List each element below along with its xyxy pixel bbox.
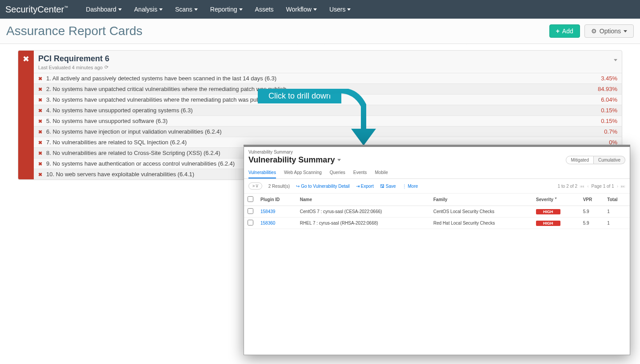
col-header: Plugin ID [257, 194, 296, 206]
refresh-icon[interactable] [104, 64, 108, 70]
breadcrumb[interactable]: Vulnerability Summary [244, 147, 630, 154]
trademark: ™ [64, 5, 68, 10]
vuln-table: Plugin IDNameFamilySeverity ˅VPRTotal 15… [244, 194, 630, 229]
tab-web-app-scanning[interactable]: Web App Scanning [284, 167, 322, 178]
options-button[interactable]: Options [584, 24, 634, 38]
go-to-detail-link[interactable]: ↪Go to Vulnerability Detail [296, 184, 350, 189]
drill-title-text: Vulnerability Summary [248, 155, 335, 165]
col-header[interactable]: Severity ˅ [532, 194, 580, 206]
drill-title-row: Vulnerability Summary Mitigated Cumulati… [244, 154, 630, 167]
col-header [244, 194, 257, 206]
drill-down-panel: Vulnerability Summary Vulnerability Summ… [244, 145, 630, 355]
nav-item-label: Scans [175, 6, 192, 13]
plugin-id-link[interactable]: 158360 [260, 221, 275, 226]
nav-item-dashboard[interactable]: Dashboard [86, 6, 122, 13]
toggle-mitigated[interactable]: Mitigated [566, 156, 594, 164]
nav-item-reporting[interactable]: Reporting [210, 6, 243, 13]
policy-text: 4. No systems have unsupported operating… [46, 107, 601, 114]
view-toggle: Mitigated Cumulative [566, 156, 625, 164]
fail-icon [38, 107, 46, 114]
drill-title[interactable]: Vulnerability Summary [248, 155, 341, 165]
cell-family: Red Hat Local Security Checks [430, 218, 532, 229]
policy-text: 5. No systems have unsupported software … [46, 118, 601, 124]
nav-item-label: Analysis [134, 6, 157, 13]
save-link[interactable]: 🖫Save [380, 184, 396, 189]
nav-item-workflow[interactable]: Workflow [286, 6, 317, 13]
table-row[interactable]: 158360RHEL 7 : cyrus-sasl (RHSA-2022:066… [244, 218, 630, 229]
card-header: PCI Requirement 6 Last Evaluated 4 minut… [34, 51, 622, 73]
cell-total: 1 [604, 218, 630, 229]
sort-icon: ˅ [553, 197, 557, 202]
add-button-label: Add [562, 28, 573, 35]
drill-arrow-graphic [329, 89, 382, 151]
chevron-down-icon [118, 8, 122, 11]
table-row[interactable]: 158439CentOS 7 : cyrus-sasl (CESA-2022:0… [244, 206, 630, 218]
nav-item-label: Reporting [210, 6, 237, 13]
fail-icon [38, 171, 46, 178]
nav-item-scans[interactable]: Scans [175, 6, 198, 13]
fail-icon [38, 75, 46, 82]
col-header: Total [604, 194, 630, 206]
options-button-label: Options [600, 28, 621, 35]
tab-events[interactable]: Events [353, 167, 367, 178]
nav-item-analysis[interactable]: Analysis [134, 6, 163, 13]
policy-percent: 84.93% [598, 86, 617, 92]
policy-row[interactable]: 6. No systems have injection or input va… [34, 126, 622, 137]
chevron-down-icon [337, 159, 341, 161]
top-nav: SecurityCenter™ DashboardAnalysisScansRe… [0, 0, 640, 19]
gear-icon [591, 28, 597, 35]
pager-next[interactable]: › [617, 184, 618, 189]
pager-prev[interactable]: ‹ [587, 184, 588, 189]
cell-name: RHEL 7 : cyrus-sasl (RHSA-2022:0668) [296, 218, 430, 229]
policy-row[interactable]: 1. All actively and passively detected s… [34, 73, 622, 83]
nav-item-label: Workflow [286, 6, 312, 13]
nav-item-label: Dashboard [86, 6, 116, 13]
pager-first[interactable]: ⏮ [580, 184, 584, 189]
fail-icon [38, 160, 46, 167]
row-checkbox[interactable] [248, 220, 253, 226]
card-menu-button[interactable] [614, 56, 617, 63]
add-button[interactable]: Add [549, 24, 580, 38]
nav-item-assets[interactable]: Assets [255, 6, 274, 13]
chevron-down-icon [313, 8, 317, 11]
row-checkbox[interactable] [248, 208, 253, 214]
policy-row[interactable]: 4. No systems have unsupported operating… [34, 105, 622, 115]
pager-page: Page 1 of 1 [592, 184, 614, 189]
filter-chip[interactable]: > \/ [248, 182, 262, 190]
chevron-down-icon [239, 8, 243, 11]
select-all-checkbox[interactable] [248, 196, 253, 202]
card-subtitle-text: Last Evaluated 4 minutes ago [38, 65, 103, 70]
fail-icon [38, 139, 46, 146]
more-icon: ⋮ [402, 184, 407, 189]
pager: 1 to 2 of 2 ⏮ ‹ Page 1 of 1 › ⏭ [558, 184, 625, 189]
page-title: Assurance Report Cards [6, 24, 143, 38]
tab-mobile[interactable]: Mobile [375, 167, 388, 178]
chevron-down-icon [347, 8, 351, 11]
plus-icon [556, 28, 560, 35]
brand-logo: SecurityCenter™ [5, 4, 68, 15]
card-status-bar: ✖ [18, 51, 34, 179]
tab-vulnerabilities[interactable]: Vulnerabilities [248, 167, 276, 178]
drill-toolbar: > \/ 2 Result(s) ↪Go to Vulnerability De… [244, 179, 630, 194]
results-count: 2 Result(s) [268, 184, 290, 189]
plugin-id-link[interactable]: 158439 [260, 209, 275, 214]
pager-last[interactable]: ⏭ [621, 184, 625, 189]
nav-item-label: Users [329, 6, 346, 13]
policy-row[interactable]: 5. No systems have unsupported software … [34, 115, 622, 126]
chevron-down-icon [614, 59, 617, 61]
export-link[interactable]: ⇥Export [356, 184, 374, 189]
chevron-down-icon [194, 8, 198, 11]
col-header: Family [430, 194, 532, 206]
nav-item-users[interactable]: Users [329, 6, 351, 13]
col-header: VPR [580, 194, 604, 206]
tab-queries[interactable]: Queries [330, 167, 345, 178]
page-header: Assurance Report Cards Add Options [0, 19, 640, 44]
fail-icon [38, 118, 46, 124]
more-link[interactable]: ⋮More [402, 184, 418, 189]
toggle-cumulative[interactable]: Cumulative [594, 156, 625, 164]
card-title: PCI Requirement 6 [38, 54, 617, 63]
drill-tabs: VulnerabilitiesWeb App ScanningQueriesEv… [244, 167, 630, 179]
severity-badge: HIGH [536, 209, 560, 214]
cell-family: CentOS Local Security Checks [430, 206, 532, 218]
col-header: Name [296, 194, 430, 206]
